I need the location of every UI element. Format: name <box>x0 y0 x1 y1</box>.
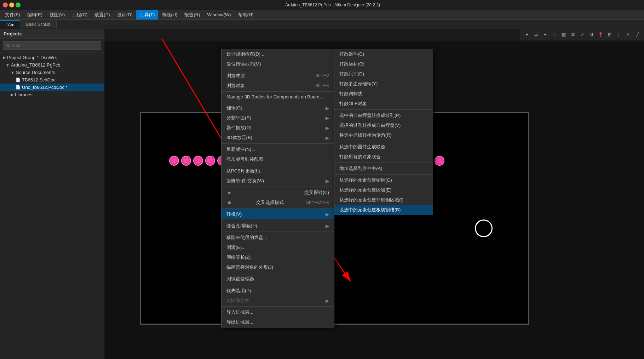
menu-report[interactable]: 报告(R) <box>181 10 203 19</box>
tree-item-project[interactable]: ▼ Arduino_TB6612.PrjPcb <box>0 61 104 69</box>
pcb-circle <box>169 156 179 166</box>
menu-browse-conflicts[interactable]: 浏览冲突 Shift+V <box>222 71 334 81</box>
tree-item-schdoc[interactable]: 📄 TB6612.SchDoc <box>0 76 104 84</box>
separator <box>222 232 334 232</box>
convert-explode-components[interactable]: 打散器件(C) <box>334 49 433 59</box>
menu-add-designator[interactable]: 添加标号到装配图 <box>222 154 334 164</box>
menu-project[interactable]: 工程(C) <box>68 10 91 19</box>
menu-import-mechanical[interactable]: 导入机械层... <box>222 307 334 317</box>
tree-label: Source Documents <box>16 70 55 75</box>
menu-help[interactable]: 帮助(H) <box>235 10 257 19</box>
filter-btn[interactable]: ▼ <box>523 31 531 39</box>
convert-explode-ole[interactable]: 打散OLE对象 <box>334 99 433 109</box>
file-icon: 📄 <box>16 85 21 90</box>
project-tree: ▶ Project Group 1.DsnWrk ▼ Arduino_TB661… <box>0 52 104 359</box>
menu-place[interactable]: 放置(P) <box>91 10 113 19</box>
menu-design[interactable]: 设计(D) <box>114 10 136 19</box>
tool-btn-6[interactable]: ↗ <box>578 31 586 39</box>
menu-window[interactable]: Window(W) <box>203 11 234 19</box>
tree-item-group[interactable]: ▶ Project Group 1.DsnWrk <box>0 54 104 61</box>
title-bar: Arduino_TB6612.PrjPcb - Altium Designer … <box>0 0 644 10</box>
convert-explode-coords[interactable]: 打散坐标(O) <box>334 59 433 69</box>
tool-btn-5[interactable]: ⌘ <box>569 31 577 39</box>
menu-view[interactable]: 视图(V) <box>46 10 68 19</box>
tree-label: Libraries <box>15 92 33 97</box>
tool-btn-3[interactable]: □ <box>551 31 558 39</box>
separator <box>222 306 334 307</box>
menu-re-annotate[interactable]: 重新标注(N)... <box>222 144 334 154</box>
expand-icon: ▶ <box>3 55 6 60</box>
menu-3d-body-placement[interactable]: 3D体放置(B) ▶ <box>222 133 334 143</box>
tab-schlib[interactable]: Basic.SchLib <box>20 21 56 28</box>
convert-explode-modline[interactable]: 打散调制线 <box>334 89 433 99</box>
separator <box>222 187 334 187</box>
menu-pin-swap[interactable]: 管脚/部件 交换(W) ▶ <box>222 176 334 186</box>
menu-design-rule-check[interactable]: 设计规则检查(D)... <box>222 49 334 59</box>
menu-component-placement[interactable]: 器件摆放(O) ▶ <box>222 123 334 133</box>
maximize-button[interactable] <box>16 2 21 7</box>
tool-btn-8[interactable]: 📍 <box>597 31 604 39</box>
submenu-convert: 打散器件(C) 打散坐标(O) 打散尺寸(D) 打散多边形铺铜(Y) 打散调制线… <box>334 49 433 215</box>
minimize-button[interactable] <box>9 2 14 7</box>
search-box <box>0 39 104 52</box>
convert-pad-to-via[interactable]: 选中的自由焊盘转换成过孔(P) <box>334 110 433 120</box>
menu-test-point-manager[interactable]: 测试点管理器... <box>222 274 334 284</box>
file-icon: 📄 <box>16 78 21 82</box>
convert-explode-union[interactable]: 打散所有的对象联合 <box>334 152 433 162</box>
convert-create-board-cutout[interactable]: 以选中的元素创建板切割槽(B) <box>334 205 433 215</box>
pcb-white-circle <box>475 220 493 237</box>
tool-btn-9[interactable]: ⊞ <box>606 31 614 39</box>
canvas-area[interactable]: ▼ ⇄ + □ ▦ ⌘ ↗ M 📍 ⊞ ∣ A ╱ <box>104 29 644 359</box>
convert-create-non-copper[interactable]: 从选择的元素创建非铺铜区域(I) <box>334 195 433 205</box>
menu-update-from-pcb[interactable]: 从PCB库更新(L)... <box>222 166 334 176</box>
menu-reset-error-markers[interactable]: 复位错误标志(M) <box>222 59 334 69</box>
menu-route[interactable]: 布线(U) <box>158 10 181 19</box>
convert-via-to-pad[interactable]: 选择的过孔转换成自由焊盘(V) <box>334 120 433 130</box>
convert-create-region[interactable]: 从选择的元素创建区域(E) <box>334 185 433 195</box>
convert-explode-polygon[interactable]: 打散多边形铺铜(Y) <box>334 79 433 89</box>
tree-item-source-docs[interactable]: ▼ Source Documents <box>0 69 104 76</box>
menu-cross-select-mode[interactable]: ⊞ 交叉选择模式 Shift+Ctrl+X <box>222 198 334 207</box>
tool-btn-2[interactable]: + <box>541 31 549 39</box>
menu-remove-unused-pads[interactable]: 移除未使用的焊盘... <box>222 233 334 243</box>
pcb-circle <box>205 156 215 166</box>
menu-tools[interactable]: 工具(T) <box>136 10 159 19</box>
tree-item-libraries[interactable]: ▶ Libraries <box>0 91 104 98</box>
menu-export-mechanical[interactable]: 导出机械层... <box>222 317 334 327</box>
menu-pour-copper[interactable]: 铺铜(G) ▶ <box>222 103 334 113</box>
convert-create-copper[interactable]: 从选择的元素创建铺铜(G) <box>334 175 433 185</box>
menu-cross-probe[interactable]: ⊕ 交叉探针(C) <box>222 188 334 198</box>
tool-btn-4[interactable]: ▦ <box>560 31 568 39</box>
window-controls[interactable] <box>3 2 21 7</box>
menu-net-length[interactable]: 网络等长(Z) <box>222 252 334 262</box>
pcb-circle <box>193 156 203 166</box>
tree-item-pcbdoc[interactable]: 📄 Uno_tb6612.PcbDoc * <box>0 84 104 91</box>
convert-track-to-chamfer[interactable]: 将选中导线转换为倒角(R) <box>334 130 433 140</box>
menu-file[interactable]: 文件(F) <box>1 10 24 19</box>
tab-tam[interactable]: TAm <box>0 20 20 29</box>
menu-stitch-holes[interactable]: 缝合孔/屏蔽(H) ▶ <box>222 221 334 231</box>
search-input[interactable] <box>3 41 101 50</box>
tool-btn-12[interactable]: ╱ <box>633 31 641 39</box>
tool-btn-11[interactable]: A <box>624 31 632 39</box>
convert-explode-dimensions[interactable]: 打散尺寸(D) <box>334 69 433 79</box>
close-button[interactable] <box>3 2 8 7</box>
tool-btn-1[interactable]: ⇄ <box>532 31 540 39</box>
tree-label: TB6612.SchDoc <box>22 77 56 82</box>
menu-split-plane[interactable]: 分割平面(S) ▶ <box>222 113 334 123</box>
separator <box>222 165 334 165</box>
separator <box>222 102 334 102</box>
menu-teardrops[interactable]: 泪滴(E)... <box>222 243 334 252</box>
menu-convert[interactable]: 转换(V) ▶ <box>222 209 334 219</box>
tool-btn-10[interactable]: ∣ <box>615 31 623 39</box>
convert-add-to-component[interactable]: 增加选择到器件中(A) <box>334 164 433 173</box>
menu-edit[interactable]: 编辑(E) <box>24 10 46 19</box>
pcb-circle <box>181 156 191 166</box>
menu-preferences[interactable]: 优先选项(P)... <box>222 286 334 296</box>
menu-manage-3d[interactable]: Manage 3D Bodies for Components on Board… <box>222 92 334 101</box>
convert-create-union[interactable]: 从选中的器件生成联合 <box>334 142 433 152</box>
tool-btn-7[interactable]: M <box>587 31 595 39</box>
menu-browse-objects[interactable]: 浏览对象 Shift+X <box>222 81 334 91</box>
menu-outline-selection[interactable]: 描画选择对象的外形(J) <box>222 262 334 272</box>
separator <box>222 70 334 70</box>
